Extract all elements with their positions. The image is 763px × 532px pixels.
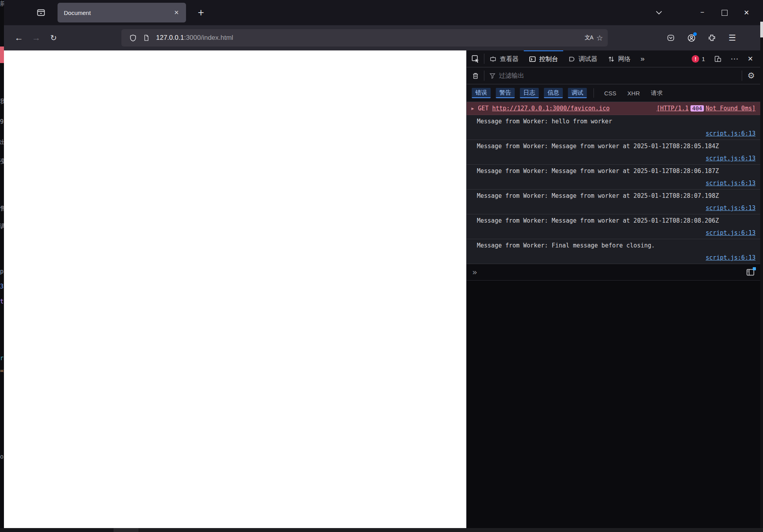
back-button[interactable]: ←: [10, 29, 28, 47]
background-text-fragment: 出: [0, 139, 4, 146]
request-url-link[interactable]: http://127.0.0.1:3000/favicon.ico: [492, 105, 610, 112]
log-source-link[interactable]: script.js:6:13: [706, 205, 756, 212]
split-console-button[interactable]: [744, 266, 756, 278]
tab-debugger[interactable]: 调试器: [563, 50, 603, 67]
responsive-design-button[interactable]: [709, 55, 727, 63]
console-messages: Message from Worker: hello from worker s…: [467, 115, 760, 264]
shield-icon[interactable]: [126, 34, 140, 42]
account-button[interactable]: [683, 29, 700, 47]
maximize-icon: [722, 10, 728, 16]
filter-pill-info[interactable]: 信息: [544, 88, 563, 98]
console-network-error-row[interactable]: ▶ GET http://127.0.0.1:3000/favicon.ico …: [467, 102, 760, 115]
bottom-strip-segment: [0, 528, 114, 532]
log-message: Message from Worker: Message from worker…: [477, 143, 756, 150]
bottom-strip-segment: [114, 528, 139, 532]
pocket-button[interactable]: [662, 29, 679, 47]
bookmark-star-icon[interactable]: ☆: [596, 33, 603, 43]
console-filter-row: 过滤输出 ⚙: [467, 67, 760, 84]
firefox-view-button[interactable]: [33, 5, 49, 20]
split-console-notification-dot: [753, 267, 756, 270]
log-message: Message from Worker: hello from worker: [477, 118, 756, 125]
filter-pill-debug[interactable]: 调试: [568, 88, 587, 98]
filter-requests[interactable]: 请求: [651, 89, 663, 97]
background-text-fragment: 变: [0, 158, 4, 165]
console-log-row[interactable]: Message from Worker: Message from worker…: [467, 214, 760, 239]
console-icon: [529, 56, 536, 63]
log-source-link[interactable]: script.js:6:13: [706, 180, 756, 187]
log-source-link[interactable]: script.js:6:13: [706, 254, 756, 261]
console-log-row[interactable]: Message from Worker: Message from worker…: [467, 190, 760, 214]
console-log-row[interactable]: Message from Worker: Message from worker…: [467, 165, 760, 190]
status-code-badge: 404: [690, 105, 703, 112]
new-tab-button[interactable]: +: [193, 7, 209, 19]
minimize-button[interactable]: −: [691, 5, 713, 20]
page-icon[interactable]: [140, 34, 153, 41]
chevron-down-icon: [655, 10, 663, 15]
browser-navbar: ← → ↻ 127.0.0.1:3000/index.html 文A ☆: [4, 25, 763, 50]
bottom-edge-strip: [0, 528, 763, 532]
tab-inspector[interactable]: 查看器: [484, 50, 524, 67]
filter-output-input[interactable]: 过滤输出: [484, 67, 742, 84]
log-source-link[interactable]: script.js:6:13: [706, 155, 756, 162]
disclosure-triangle-icon[interactable]: ▶: [471, 106, 474, 111]
error-count-button[interactable]: ! 1: [688, 55, 709, 63]
console-log-row[interactable]: Message from Worker: hello from worker s…: [467, 115, 760, 140]
firefox-view-icon: [37, 8, 45, 17]
console-filter-pills: 错误 警告 日志 信息 调试 CSS XHR 请求: [467, 84, 760, 102]
network-arrows-icon: [608, 56, 615, 63]
filter-xhr[interactable]: XHR: [627, 90, 640, 97]
window-controls: − ✕: [691, 5, 757, 20]
url-path: :3000/index.html: [184, 34, 233, 41]
background-text-fragment: 售: [0, 205, 4, 212]
filter-placeholder: 过滤输出: [499, 72, 524, 80]
devtools-menu-button[interactable]: ⋯: [727, 54, 743, 63]
console-log-row[interactable]: Message from Worker: Final message befor…: [467, 239, 760, 264]
error-count: 1: [702, 56, 705, 62]
filter-pill-warnings[interactable]: 警告: [496, 88, 515, 98]
screen: 前 我 9 出 变 售 调 p 3 t ra => o1 Document ✕ …: [0, 0, 763, 532]
tab-close-button[interactable]: ✕: [171, 8, 181, 17]
background-text-fragment: p: [0, 268, 4, 275]
devtools-toolbar: 查看器 控制台 调试器: [467, 50, 760, 67]
log-source-link[interactable]: script.js:6:13: [706, 229, 756, 236]
browser-tab[interactable]: Document ✕: [58, 3, 186, 22]
forward-button[interactable]: →: [28, 29, 45, 47]
list-all-tabs-button[interactable]: [650, 10, 668, 15]
more-tabs-button[interactable]: »: [636, 50, 649, 67]
reload-button[interactable]: ↻: [45, 29, 62, 47]
console-prompt-icon: »: [472, 268, 477, 277]
trash-icon: [472, 72, 479, 80]
console-input-row[interactable]: »: [467, 264, 760, 281]
tab-console[interactable]: 控制台: [524, 50, 563, 67]
pill-separator: [594, 88, 594, 98]
status-http: [HTTP/1.1: [657, 105, 689, 112]
devtools-empty-area: [467, 281, 760, 528]
toolbar-right: ! 1 ⋯ ✕: [688, 50, 760, 67]
menu-button[interactable]: ☰: [724, 29, 741, 47]
background-text-fragment: 9: [0, 118, 4, 125]
console-settings-button[interactable]: ⚙: [742, 67, 760, 84]
log-source-link[interactable]: script.js:6:13: [706, 130, 756, 137]
clear-console-button[interactable]: [467, 67, 484, 84]
log-message: Message from Worker: Message from worker…: [477, 192, 756, 199]
filter-css[interactable]: CSS: [604, 90, 616, 97]
background-text-fragment: o1: [0, 453, 4, 460]
background-window-sliver-right: [760, 22, 763, 532]
translate-icon[interactable]: 文A: [585, 34, 593, 41]
filter-pill-logs[interactable]: 日志: [520, 88, 539, 98]
extensions-button[interactable]: [703, 29, 720, 47]
close-button[interactable]: ✕: [735, 5, 757, 20]
filter-pill-errors[interactable]: 错误: [472, 88, 491, 98]
pick-element-button[interactable]: [467, 50, 484, 67]
tab-network[interactable]: 网络: [603, 50, 636, 67]
devtools-close-button[interactable]: ✕: [743, 55, 758, 63]
console-log-row[interactable]: Message from Worker: Message from worker…: [467, 140, 760, 165]
url-text[interactable]: 127.0.0.1:3000/index.html: [156, 34, 585, 42]
navbar-right-icons: ☰: [662, 29, 744, 47]
maximize-button[interactable]: [713, 5, 735, 20]
background-text-fragment: ra: [0, 355, 4, 362]
url-bar[interactable]: 127.0.0.1:3000/index.html 文A ☆: [121, 29, 608, 47]
request-method: GET: [478, 105, 489, 112]
background-window-sliver: 前 我 9 出 变 售 调 p 3 t ra => o1: [0, 0, 4, 532]
inspector-icon: [489, 56, 497, 63]
